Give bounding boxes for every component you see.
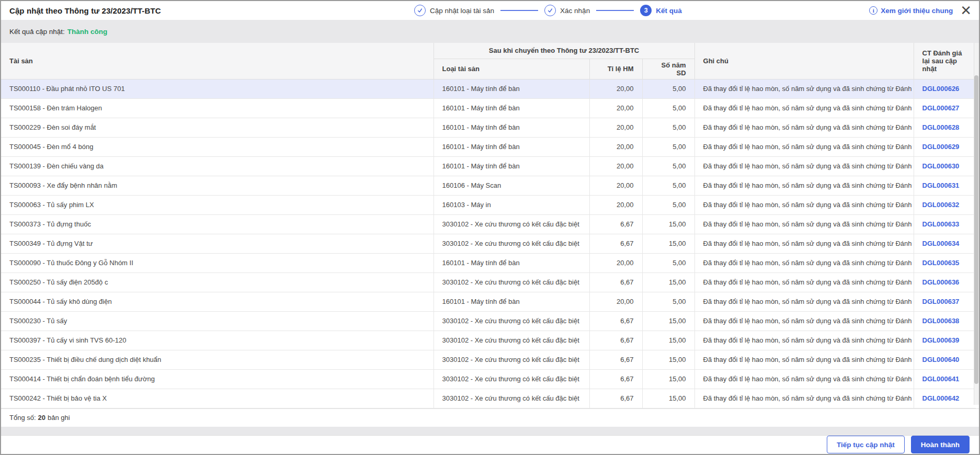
table-row[interactable]: TS000235 - Thiết bị điều chế dung dịch d… (1, 350, 976, 369)
column-header-depreciation-rate: Tỉ lệ HM (589, 59, 642, 79)
column-header-useful-years: Số năm SD (642, 59, 694, 79)
dialog-titlebar: Cập nhật theo Thông tư 23/2023/TT-BTC Cậ… (1, 1, 979, 20)
depreciation-rate-cell: 20,00 (589, 98, 642, 118)
asset-type-cell: 3030102 - Xe cứu thương có kết cấu đặc b… (434, 311, 589, 331)
asset-cell: TS000045 - Đèn mổ 4 bóng (1, 137, 434, 156)
column-header-asset-type: Loại tài sản (434, 59, 589, 79)
useful-years-cell: 5,00 (642, 79, 694, 98)
depreciation-rate-cell: 20,00 (589, 79, 642, 98)
revaluation-doc-link[interactable]: DGL000627 (922, 104, 960, 112)
step-connector (596, 10, 634, 11)
note-cell: Đã thay đổi tỉ lệ hao mòn, số năm sử dụn… (694, 272, 914, 292)
revaluation-doc-link[interactable]: DGL000635 (922, 259, 960, 267)
revaluation-doc-link[interactable]: DGL000637 (922, 298, 960, 305)
table-row[interactable]: TS000063 - Tủ sấy phim LX 160103 - Máy i… (1, 195, 976, 214)
table-row[interactable]: TS000230 - Tủ sấy 3030102 - Xe cứu thươn… (1, 311, 976, 331)
table-row[interactable]: TS000229 - Đèn soi đáy mắt 160101 - Máy … (1, 118, 976, 137)
table-row[interactable]: TS000250 - Tủ sấy điện 205độ c 3030102 -… (1, 272, 976, 292)
revaluation-doc-link[interactable]: DGL000631 (922, 181, 960, 189)
depreciation-rate-cell: 20,00 (589, 156, 642, 176)
useful-years-cell: 5,00 (642, 253, 694, 272)
step3-number-badge: 3 (640, 5, 652, 16)
view-introduction-link[interactable]: i Xem giới thiệu chung (869, 6, 953, 15)
revaluation-doc-link[interactable]: DGL000640 (922, 356, 960, 363)
depreciation-rate-cell: 20,00 (589, 195, 642, 214)
table-row[interactable]: TS000397 - Tủ cấy vi sinh TVS 60-120 303… (1, 331, 976, 350)
depreciation-rate-cell: 6,67 (589, 350, 642, 369)
finish-button[interactable]: Hoàn thành (911, 436, 970, 453)
asset-cell: TS000230 - Tủ sấy (1, 311, 434, 331)
revaluation-doc-cell: DGL000628 (914, 118, 976, 137)
scrollbar-thumb[interactable] (974, 75, 978, 384)
revaluation-doc-cell: DGL000639 (914, 331, 976, 350)
step-connector (500, 10, 538, 11)
table-row[interactable]: TS000158 - Đèn trám Halogen 160101 - Máy… (1, 98, 976, 118)
table-row[interactable]: TS000139 - Đèn chiếu vàng da 160101 - Má… (1, 156, 976, 176)
table-row[interactable]: TS000242 - Thiết bị bảo vệ tia X 3030102… (1, 389, 976, 408)
revaluation-doc-link[interactable]: DGL000633 (922, 220, 960, 228)
revaluation-doc-link[interactable]: DGL000639 (922, 336, 960, 344)
note-cell: Đã thay đổi tỉ lệ hao mòn, số năm sử dụn… (694, 253, 914, 272)
depreciation-rate-cell: 6,67 (589, 369, 642, 389)
step2-check-icon (544, 5, 556, 16)
revaluation-doc-link[interactable]: DGL000626 (922, 85, 960, 93)
step2-label: Xác nhận (560, 7, 590, 15)
step-confirm[interactable]: Xác nhận (544, 5, 590, 16)
table-row[interactable]: TS000373 - Tủ đựng thuốc 3030102 - Xe cứ… (1, 214, 976, 234)
continue-update-button[interactable]: Tiếp tục cập nhật (827, 436, 905, 453)
asset-type-cell: 160103 - Máy in (434, 195, 589, 214)
revaluation-doc-link[interactable]: DGL000628 (922, 123, 960, 131)
depreciation-rate-cell: 20,00 (589, 137, 642, 156)
revaluation-doc-link[interactable]: DGL000638 (922, 317, 960, 325)
result-label: Kết quả cập nhật: (9, 28, 65, 36)
depreciation-rate-cell: 6,67 (589, 331, 642, 350)
table-row[interactable]: TS000093 - Xe đẩy bệnh nhân nằm 160106 -… (1, 176, 976, 195)
note-cell: Đã thay đổi tỉ lệ hao mòn, số năm sử dụn… (694, 331, 914, 350)
table-row[interactable]: TS000414 - Thiết bị chẩn đoán bệnh tiểu … (1, 369, 976, 389)
revaluation-doc-link[interactable]: DGL000642 (922, 394, 960, 402)
step-result[interactable]: 3 Kết quả (640, 5, 682, 16)
depreciation-rate-cell: 20,00 (589, 292, 642, 311)
revaluation-doc-link[interactable]: DGL000634 (922, 240, 960, 247)
total-label: Tổng số: (9, 414, 36, 422)
useful-years-cell: 15,00 (642, 234, 694, 253)
asset-cell: TS000139 - Đèn chiếu vàng da (1, 156, 434, 176)
revaluation-doc-link[interactable]: DGL000630 (922, 162, 960, 170)
asset-type-cell: 160101 - Máy tính để bàn (434, 292, 589, 311)
useful-years-cell: 15,00 (642, 350, 694, 369)
result-status-bar: Kết quả cập nhật: Thành công (1, 20, 979, 43)
table-row[interactable]: TS000090 - Tủ thuốc Đông y Gỗ Nhóm II 16… (1, 253, 976, 272)
table-row[interactable]: TS000349 - Tủ đựng Vật tư 3030102 - Xe c… (1, 234, 976, 253)
asset-cell: TS000235 - Thiết bị điều chế dung dịch d… (1, 350, 434, 369)
asset-type-cell: 160101 - Máy tính để bàn (434, 79, 589, 98)
note-cell: Đã thay đổi tỉ lệ hao mòn, số năm sử dụn… (694, 137, 914, 156)
total-records-row: Tổng số: 20 bản ghi (1, 408, 979, 427)
asset-cell: TS000093 - Xe đẩy bệnh nhân nằm (1, 176, 434, 195)
table-row[interactable]: TS000110 - Đầu phát nhỏ ITO US 701 16010… (1, 79, 976, 98)
asset-cell: TS000373 - Tủ đựng thuốc (1, 214, 434, 234)
step3-label: Kết quả (656, 7, 682, 15)
asset-cell: TS000250 - Tủ sấy điện 205độ c (1, 272, 434, 292)
note-cell: Đã thay đổi tỉ lệ hao mòn, số năm sử dụn… (694, 234, 914, 253)
useful-years-cell: 5,00 (642, 176, 694, 195)
step-update-asset-type[interactable]: Cập nhật loại tài sản (414, 5, 494, 16)
asset-cell: TS000063 - Tủ sấy phim LX (1, 195, 434, 214)
revaluation-doc-cell: DGL000641 (914, 369, 976, 389)
note-cell: Đã thay đổi tỉ lệ hao mòn, số năm sử dụn… (694, 118, 914, 137)
asset-type-cell: 160101 - Máy tính để bàn (434, 118, 589, 137)
revaluation-doc-cell: DGL000632 (914, 195, 976, 214)
asset-type-cell: 3030102 - Xe cứu thương có kết cấu đặc b… (434, 214, 589, 234)
step1-check-icon (414, 5, 426, 16)
revaluation-doc-link[interactable]: DGL000636 (922, 278, 960, 286)
table-row[interactable]: TS000045 - Đèn mổ 4 bóng 160101 - Máy tí… (1, 137, 976, 156)
revaluation-doc-cell: DGL000638 (914, 311, 976, 331)
useful-years-cell: 15,00 (642, 214, 694, 234)
table-row[interactable]: TS000044 - Tủ sấy khô dùng điện 160101 -… (1, 292, 976, 311)
column-header-note: Ghi chú (694, 43, 914, 79)
close-icon[interactable]: ✕ (960, 5, 972, 16)
revaluation-doc-link[interactable]: DGL000629 (922, 143, 960, 151)
revaluation-doc-link[interactable]: DGL000641 (922, 375, 960, 383)
vertical-scrollbar[interactable] (974, 43, 979, 405)
revaluation-doc-link[interactable]: DGL000632 (922, 201, 960, 209)
depreciation-rate-cell: 6,67 (589, 234, 642, 253)
